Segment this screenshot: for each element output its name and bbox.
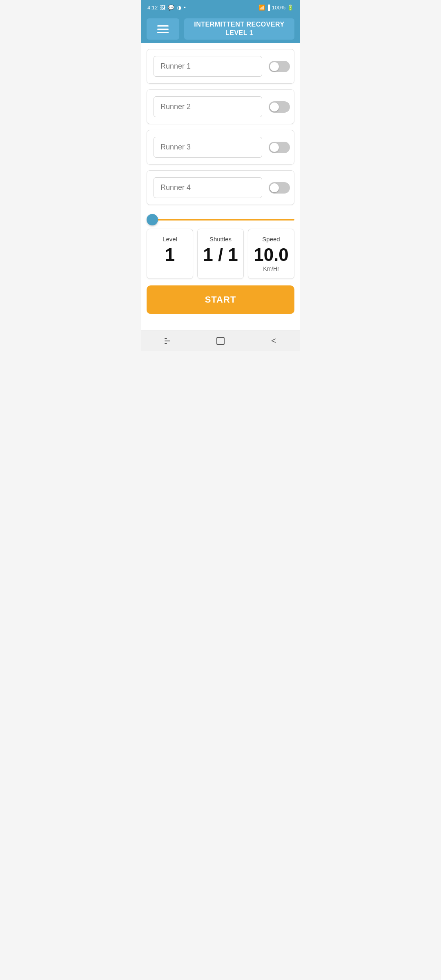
runner-4-input[interactable] [154,177,262,198]
speed-value: 10.0 [252,246,290,264]
status-right: 📶 ▐ 100% 🔋 [258,4,294,11]
status-bar: 4:12 🖼 💬 ◑ • 📶 ▐ 100% 🔋 [141,0,300,15]
menu-line-1 [157,25,169,27]
recent-apps-icon [165,338,170,344]
bottom-nav: < [141,330,300,351]
app-title: INTERMITTENT RECOVERY LEVEL 1 [194,20,284,38]
start-button[interactable]: START [147,285,294,314]
runner-3-card [147,130,294,165]
speed-stat-card: Speed 10.0 Km/Hr [248,229,294,279]
status-left: 4:12 🖼 💬 ◑ • [147,4,186,11]
signal-icon: ▐ [267,4,270,11]
level-slider-section [147,215,294,222]
nav-home[interactable] [212,333,229,349]
status-time: 4:12 [147,4,158,11]
level-value: 1 [151,246,189,264]
menu-line-2 [157,29,169,30]
messenger-icon: 💬 [168,4,174,11]
runner-2-toggle[interactable] [269,101,290,113]
level-slider[interactable] [147,219,294,220]
runner-4-toggle[interactable] [269,182,290,194]
runner-1-card [147,49,294,84]
home-icon [216,337,225,345]
stats-row: Level 1 Shuttles 1 / 1 Speed 10.0 Km/Hr [147,229,294,279]
nav-back[interactable]: < [265,333,282,349]
title-button[interactable]: INTERMITTENT RECOVERY LEVEL 1 [184,18,294,40]
shuttles-label: Shuttles [202,236,239,243]
speed-unit: Km/Hr [252,265,290,272]
battery-icon: 🔋 [287,4,294,11]
wifi-icon: 📶 [258,4,265,11]
menu-line-3 [157,32,169,33]
level-label: Level [151,236,189,243]
header: INTERMITTENT RECOVERY LEVEL 1 [141,15,300,43]
runner-2-card [147,89,294,124]
runner-4-slider [269,182,290,194]
runner-2-slider [269,101,290,113]
shuttles-stat-card: Shuttles 1 / 1 [197,229,244,279]
runner-3-slider [269,142,290,153]
level-stat-card: Level 1 [147,229,193,279]
shuttles-value: 1 / 1 [202,246,239,264]
battery-text: 100% [272,4,285,11]
back-icon: < [271,336,276,345]
photo-icon: 🖼 [160,4,165,11]
samsung-icon: ◑ [177,4,181,11]
runner-3-input[interactable] [154,137,262,158]
runner-1-input[interactable] [154,56,262,77]
runner-3-toggle[interactable] [269,142,290,153]
runner-1-toggle[interactable] [269,61,290,72]
dot-indicator: • [184,4,186,11]
main-content: Level 1 Shuttles 1 / 1 Speed 10.0 Km/Hr … [141,43,300,330]
runner-4-card [147,170,294,205]
menu-button[interactable] [147,18,179,40]
nav-recent-apps[interactable] [159,333,176,349]
runner-2-input[interactable] [154,96,262,117]
runner-1-slider [269,61,290,72]
speed-label: Speed [252,236,290,243]
